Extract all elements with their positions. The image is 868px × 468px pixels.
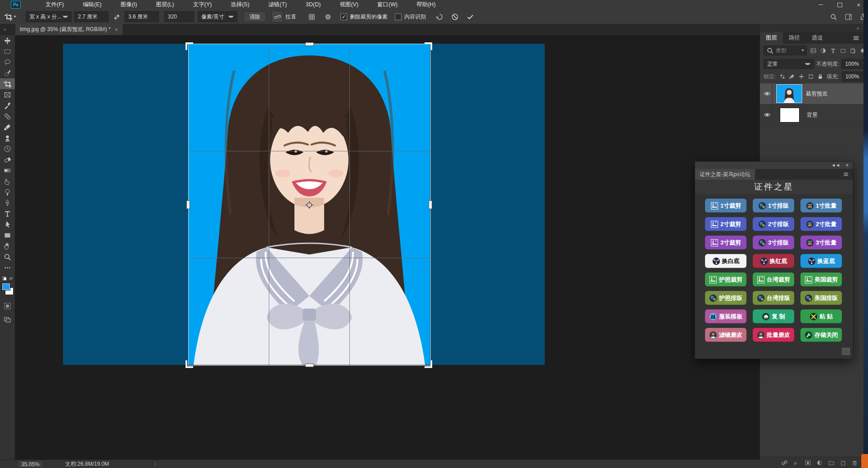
- crop-handle-bottom-left[interactable]: [185, 360, 193, 368]
- layer-row-裁剪预览[interactable]: 裁剪预览: [760, 83, 863, 105]
- plugin-button-粘贴[interactable]: 粘 贴: [800, 309, 842, 323]
- tab-close-icon[interactable]: ×: [115, 26, 118, 33]
- crop-resolution-input[interactable]: 320: [164, 11, 194, 22]
- plugin-button-换红底[interactable]: 换红底: [753, 254, 794, 268]
- fx-icon[interactable]: fx: [793, 459, 800, 466]
- group-icon[interactable]: [828, 459, 835, 466]
- menu-item-8[interactable]: 3D(D): [296, 0, 330, 9]
- crop-handle-right[interactable]: [429, 200, 432, 209]
- layer-kind-filter[interactable]: 类型: [764, 45, 807, 55]
- lockmove-icon[interactable]: [797, 73, 805, 81]
- adjfilter-icon[interactable]: [819, 46, 827, 55]
- crop-center-crosshair-icon[interactable]: [305, 200, 314, 209]
- layer-name[interactable]: 背景: [807, 111, 818, 119]
- content-aware-checkbox[interactable]: 内容识别: [395, 13, 426, 21]
- zoom-level-field[interactable]: 35.05%: [17, 460, 44, 468]
- plugin-button-3寸排版[interactable]: 3寸排版: [753, 236, 794, 250]
- rectangle-tool[interactable]: [0, 230, 15, 241]
- layer-visibility-eye-icon[interactable]: [762, 105, 773, 125]
- crop-width-input[interactable]: 2.7 厘米: [74, 11, 108, 22]
- path-selection-tool[interactable]: [0, 219, 15, 230]
- resolution-unit-select[interactable]: 像素/英寸: [198, 11, 237, 22]
- menu-item-4[interactable]: 图层(L): [146, 0, 183, 9]
- plugin-panel-menu-button[interactable]: [843, 169, 853, 180]
- plugin-button-复制[interactable]: 复 制: [753, 309, 794, 323]
- collapse-panel-icon[interactable]: ◄◄: [831, 163, 840, 168]
- close-panel-icon[interactable]: ×: [845, 163, 849, 168]
- zoom-tool[interactable]: [0, 251, 15, 262]
- plugin-button-批量磨皮[interactable]: 批量磨皮: [753, 328, 794, 342]
- delete-cropped-pixels-checkbox[interactable]: ✓ 删除裁剪的像素: [340, 13, 388, 21]
- crop-preset-select[interactable]: 宽 x 高 x 分...: [26, 11, 72, 22]
- eraser-tool[interactable]: [0, 154, 15, 165]
- dock-collapse-button[interactable]: »: [760, 24, 863, 32]
- checker-icon[interactable]: [778, 73, 786, 81]
- plugin-button-护照排版[interactable]: 护照排版: [705, 291, 746, 305]
- plugin-button-护照裁剪[interactable]: 护照裁剪: [705, 273, 746, 286]
- plugin-button-换白底[interactable]: 换白底: [705, 254, 746, 268]
- swap-dimensions-button[interactable]: [111, 11, 122, 22]
- workspace-icon[interactable]: [845, 13, 852, 21]
- lasso-tool[interactable]: [0, 57, 15, 68]
- menu-item-2[interactable]: 编辑(E): [73, 0, 111, 9]
- gradient-tool[interactable]: [0, 165, 15, 176]
- panel-menu-button[interactable]: [852, 32, 863, 44]
- menu-item-10[interactable]: 窗口(W): [368, 0, 407, 9]
- menu-item-7[interactable]: 滤镜(T): [259, 0, 296, 9]
- plugin-button-滤镜磨皮[interactable]: 滤镜磨皮: [705, 328, 746, 342]
- plugin-button-换蓝底[interactable]: 换蓝底: [800, 254, 842, 268]
- layer-row-背景[interactable]: 背景: [760, 105, 863, 126]
- foreground-color-swatch[interactable]: [2, 283, 10, 291]
- menu-item-11[interactable]: 帮助(H): [407, 0, 445, 9]
- plugin-button-1寸批量[interactable]: 1寸批量: [800, 199, 842, 213]
- padlock-icon[interactable]: [816, 73, 824, 81]
- commit-crop-button[interactable]: [465, 11, 475, 22]
- status-options-chevron[interactable]: 〉: [154, 460, 159, 468]
- trash-icon[interactable]: [851, 459, 858, 466]
- adjustment-icon[interactable]: [816, 459, 823, 466]
- plugin-button-服装模板[interactable]: 服装模板: [705, 309, 746, 323]
- edit-toolbar[interactable]: [0, 262, 15, 273]
- layer-thumbnail[interactable]: [777, 85, 802, 103]
- plugin-button-1寸裁剪[interactable]: 1寸裁剪: [705, 199, 746, 213]
- cancel-crop-button[interactable]: [449, 11, 460, 22]
- eyedropper-tool[interactable]: [0, 100, 15, 111]
- plugin-button-2寸裁剪[interactable]: 2寸裁剪: [705, 217, 746, 231]
- crop-handle-bottom-right[interactable]: [425, 360, 432, 368]
- menu-item-9[interactable]: 视图(V): [330, 0, 368, 9]
- lockbrush-icon[interactable]: [788, 73, 796, 81]
- move-tool[interactable]: [0, 35, 15, 46]
- shapefilter-icon[interactable]: [839, 46, 847, 55]
- smartfilter-icon[interactable]: [849, 46, 857, 55]
- menu-item-1[interactable]: 文件(F): [36, 0, 73, 9]
- plugin-button-存储关闭[interactable]: 存储关闭: [800, 328, 842, 342]
- rectangular-marquee-tool[interactable]: [0, 46, 15, 57]
- straighten-button[interactable]: [271, 11, 283, 23]
- link-icon[interactable]: [781, 459, 788, 466]
- frame-tool[interactable]: [0, 89, 15, 100]
- clear-button[interactable]: 清除: [244, 11, 266, 22]
- plugin-button-美国排版[interactable]: 美国排版: [800, 291, 842, 305]
- restore-button[interactable]: [830, 0, 849, 9]
- plugin-button-3寸批量[interactable]: 3寸批量: [800, 236, 842, 250]
- crop-tool[interactable]: [0, 78, 15, 89]
- overlay-options-button[interactable]: [306, 11, 317, 22]
- smudge-tool[interactable]: [0, 176, 15, 186]
- tool-preset-button[interactable]: [5, 13, 16, 21]
- panel-tab-通道[interactable]: 通道: [806, 32, 829, 44]
- menu-item-3[interactable]: 图像(I): [111, 0, 147, 9]
- crop-handle-left[interactable]: [186, 200, 190, 209]
- plugin-button-2寸排版[interactable]: 2寸排版: [753, 217, 794, 231]
- plugin-button-1寸排版[interactable]: 1寸排版: [753, 199, 794, 213]
- dodge-tool[interactable]: [0, 186, 15, 197]
- mask-icon[interactable]: [805, 459, 811, 466]
- quick-selection-tool[interactable]: [0, 68, 15, 78]
- crop-handle-top-left[interactable]: [185, 42, 193, 50]
- newlayer-icon[interactable]: [840, 459, 846, 466]
- menu-item-5[interactable]: 文字(Y): [184, 0, 222, 9]
- spot-healing-tool[interactable]: [0, 111, 15, 122]
- history-brush-tool[interactable]: [0, 143, 15, 154]
- clone-stamp-tool[interactable]: [0, 132, 15, 143]
- pen-tool[interactable]: [0, 197, 15, 208]
- plugin-button-2寸批量[interactable]: 2寸批量: [800, 217, 842, 231]
